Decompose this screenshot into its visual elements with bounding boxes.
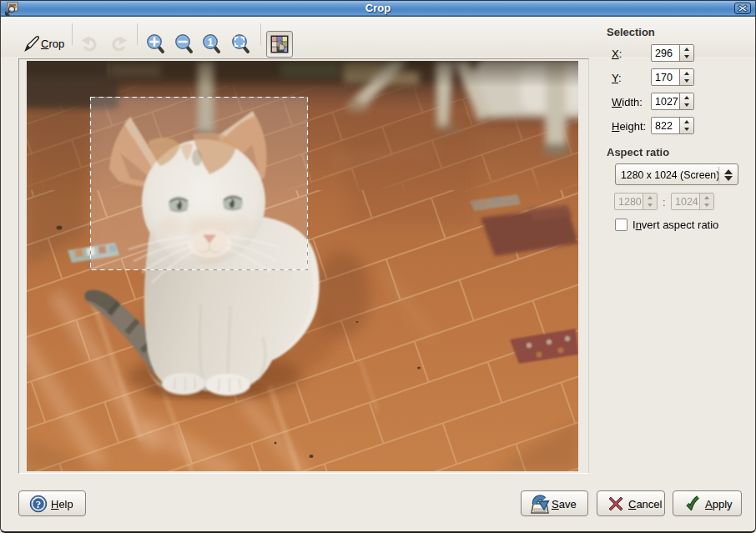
svg-text:1: 1 [208,37,214,48]
svg-text:?: ? [36,498,42,510]
